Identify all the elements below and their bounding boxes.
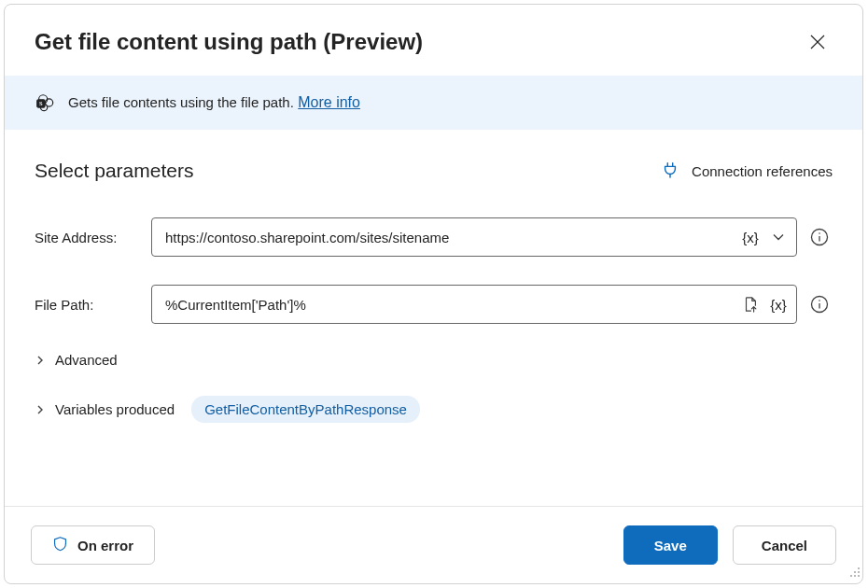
dropdown-button[interactable] bbox=[764, 223, 792, 251]
more-info-link[interactable]: More info bbox=[298, 94, 360, 110]
file-path-label: File Path: bbox=[35, 297, 142, 313]
variable-chip[interactable]: GetFileContentByPathResponse bbox=[191, 396, 420, 423]
svg-point-9 bbox=[858, 567, 860, 569]
variable-picker-button[interactable]: {x} bbox=[764, 290, 792, 318]
file-picker-button[interactable] bbox=[736, 290, 764, 318]
site-address-input-wrap[interactable]: {x} bbox=[151, 217, 797, 257]
chevron-right-icon bbox=[35, 355, 46, 366]
variable-icon: {x} bbox=[770, 297, 787, 313]
variables-produced-label: Variables produced bbox=[55, 401, 175, 417]
connection-references-link[interactable]: Connection references bbox=[662, 161, 833, 181]
site-address-input[interactable] bbox=[165, 230, 736, 245]
svg-point-14 bbox=[858, 575, 860, 577]
section-title: Select parameters bbox=[35, 160, 193, 182]
advanced-toggle[interactable]: Advanced bbox=[35, 352, 833, 368]
variables-produced-toggle[interactable]: Variables produced GetFileContentByPathR… bbox=[35, 396, 833, 423]
variable-picker-button[interactable]: {x} bbox=[736, 223, 764, 251]
resize-grip-icon[interactable] bbox=[847, 565, 861, 581]
site-address-info-button[interactable] bbox=[806, 224, 833, 250]
file-path-info-button[interactable] bbox=[806, 291, 833, 317]
chevron-down-icon bbox=[772, 231, 785, 244]
close-button[interactable] bbox=[803, 27, 833, 57]
info-icon bbox=[810, 228, 829, 246]
plug-icon bbox=[662, 161, 679, 181]
variable-icon: {x} bbox=[742, 230, 759, 245]
svg-point-6 bbox=[819, 232, 820, 234]
file-select-icon bbox=[742, 296, 759, 313]
svg-text:S: S bbox=[39, 100, 43, 106]
close-icon bbox=[810, 35, 825, 49]
svg-point-8 bbox=[819, 300, 820, 301]
sharepoint-icon: S bbox=[35, 92, 55, 113]
dialog-title: Get file content using path (Preview) bbox=[35, 29, 423, 55]
svg-point-11 bbox=[858, 571, 860, 573]
chevron-right-icon bbox=[35, 404, 46, 415]
svg-point-13 bbox=[854, 575, 856, 577]
save-button[interactable]: Save bbox=[623, 525, 718, 565]
site-address-label: Site Address: bbox=[35, 230, 142, 245]
info-banner: S Gets file contents using the file path… bbox=[5, 76, 862, 130]
on-error-button[interactable]: On error bbox=[31, 525, 155, 565]
advanced-label: Advanced bbox=[55, 352, 118, 368]
svg-point-12 bbox=[850, 575, 852, 577]
file-path-input[interactable] bbox=[165, 297, 736, 313]
on-error-label: On error bbox=[77, 538, 133, 553]
connection-references-label: Connection references bbox=[692, 163, 833, 179]
banner-text: Gets file contents using the file path. bbox=[68, 94, 294, 110]
info-icon bbox=[810, 295, 829, 314]
cancel-button[interactable]: Cancel bbox=[733, 525, 836, 565]
svg-point-10 bbox=[854, 571, 856, 573]
file-path-input-wrap[interactable]: {x} bbox=[151, 285, 797, 324]
shield-icon bbox=[52, 536, 68, 554]
